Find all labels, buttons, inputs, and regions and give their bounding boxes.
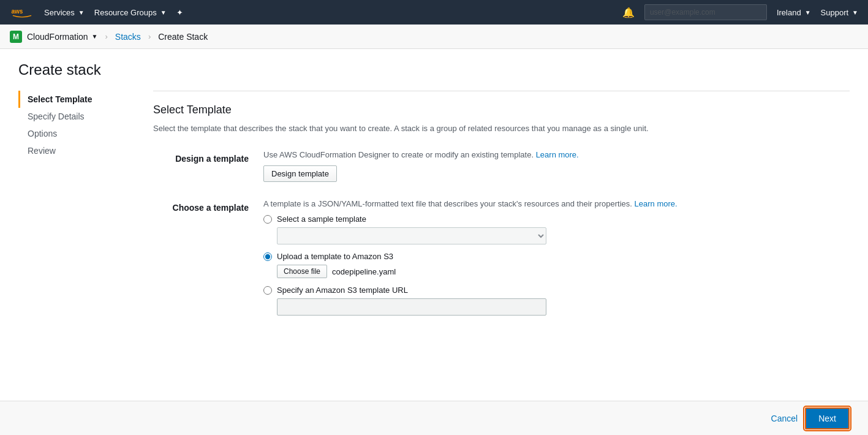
sidebar-item-review[interactable]: Review: [18, 142, 141, 159]
stacks-breadcrumb-link[interactable]: Stacks: [115, 32, 141, 42]
sample-template-radio[interactable]: [263, 215, 272, 224]
upload-template-option[interactable]: Upload a template to Amazon S3: [263, 252, 850, 261]
sidebar-item-select-template[interactable]: Select Template: [18, 91, 141, 108]
s3-url-input[interactable]: [277, 298, 546, 316]
region-chevron-icon: ▼: [805, 9, 811, 16]
choose-template-label: Choose a template: [153, 199, 263, 213]
region-label: Ireland: [777, 8, 801, 17]
resource-groups-label: Resource Groups: [94, 8, 157, 17]
s3-url-radio[interactable]: [263, 286, 272, 295]
current-page-breadcrumb: Create Stack: [158, 32, 208, 42]
notifications-bell-icon[interactable]: 🔔: [622, 7, 635, 18]
content-layout: Select Template Specify Details Options …: [18, 91, 850, 333]
main-panel: Select Template Select the template that…: [153, 91, 850, 333]
upload-template-label: Upload a template to Amazon S3: [277, 252, 393, 261]
choose-learn-more-link[interactable]: Learn more.: [635, 199, 677, 208]
support-chevron-icon: ▼: [852, 9, 858, 16]
region-menu[interactable]: Ireland ▼: [777, 8, 811, 17]
support-label: Support: [821, 8, 849, 17]
design-template-desc: Use AWS CloudFormation Designer to creat…: [263, 150, 850, 159]
main-content: Create stack Select Template Specify Det…: [0, 49, 868, 345]
design-template-content: Use AWS CloudFormation Designer to creat…: [263, 150, 850, 182]
aws-logo[interactable]: aws: [10, 5, 34, 20]
template-source-radio-group: Select a sample template Upload a templa…: [263, 214, 850, 316]
sample-template-label: Select a sample template: [277, 214, 366, 224]
cloudformation-service-menu[interactable]: CloudFormation ▼: [27, 32, 98, 42]
section-description: Select the template that describes the s…: [153, 124, 850, 133]
choose-template-row: Choose a template A template is a JSON/Y…: [153, 199, 850, 316]
upload-row: Choose file codepipeline.yaml: [277, 265, 850, 278]
favorites-icon[interactable]: ✦: [176, 8, 183, 17]
sub-navigation: M CloudFormation ▼ › Stacks › Create Sta…: [0, 25, 868, 49]
section-title: Select Template: [153, 104, 850, 116]
services-menu[interactable]: Services ▼: [44, 8, 85, 17]
choose-template-desc: A template is a JSON/YAML-formatted text…: [263, 199, 850, 208]
wizard-sidebar: Select Template Specify Details Options …: [18, 91, 153, 333]
sidebar-item-specify-details[interactable]: Specify Details: [18, 108, 141, 125]
design-template-row: Design a template Use AWS CloudFormation…: [153, 150, 850, 182]
services-label: Services: [44, 8, 75, 17]
s3-url-option[interactable]: Specify an Amazon S3 template URL: [263, 286, 850, 295]
page-title: Create stack: [18, 61, 850, 78]
resource-groups-chevron-icon: ▼: [160, 9, 167, 16]
design-learn-more-link[interactable]: Learn more.: [536, 150, 579, 159]
top-navigation: aws Services ▼ Resource Groups ▼ ✦ 🔔 Ire…: [0, 0, 868, 25]
s3-url-label: Specify an Amazon S3 template URL: [277, 286, 408, 295]
sample-template-option[interactable]: Select a sample template: [263, 214, 850, 224]
breadcrumb-separator-2: ›: [148, 32, 151, 41]
cloudformation-chevron-icon: ▼: [92, 33, 98, 40]
resource-groups-menu[interactable]: Resource Groups ▼: [94, 8, 167, 17]
services-chevron-icon: ▼: [78, 9, 85, 16]
sidebar-item-options[interactable]: Options: [18, 125, 141, 142]
design-template-label: Design a template: [153, 150, 263, 164]
design-template-button[interactable]: Design template: [263, 165, 337, 182]
cloudformation-logo: M: [10, 31, 22, 43]
choose-file-button[interactable]: Choose file: [277, 265, 327, 278]
cloudformation-service-label: CloudFormation: [27, 32, 88, 42]
choose-template-content: A template is a JSON/YAML-formatted text…: [263, 199, 850, 316]
upload-template-radio[interactable]: [263, 252, 272, 261]
sample-template-dropdown[interactable]: [277, 227, 546, 244]
uploaded-filename: codepipeline.yaml: [332, 267, 396, 276]
svg-text:aws: aws: [11, 8, 23, 15]
breadcrumb-separator-1: ›: [105, 32, 108, 41]
support-menu[interactable]: Support ▼: [821, 8, 858, 17]
account-search-input[interactable]: [644, 4, 767, 20]
